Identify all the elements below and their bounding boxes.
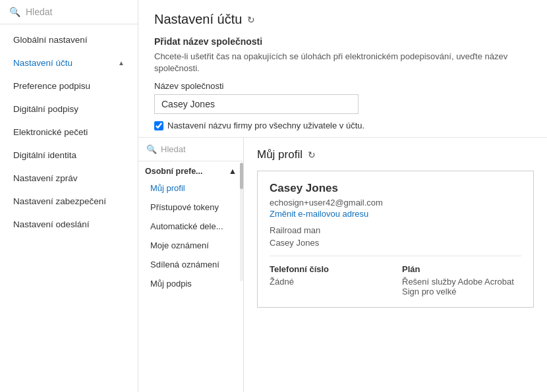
sidebar-search[interactable]: 🔍 Hledat [0, 0, 138, 24]
sidebar-item-nastaveni-uctu[interactable]: Nastavení účtu ▲ [0, 51, 138, 74]
profile-info-grid: Telefonní číslo Plán Žádné Řešení služby… [270, 256, 521, 296]
sidebar-item-nastaveni-zprav[interactable]: Nastavení zpráv [0, 167, 138, 190]
company-checkbox-row: Nastavení názvu firmy pro všechny uživat… [154, 121, 531, 130]
company-section: Přidat název společnosti Chcete-li ušetř… [154, 36, 531, 130]
profile-search-label: Hledat [161, 144, 186, 154]
company-section-heading: Přidat název společnosti [154, 36, 531, 47]
company-name-input[interactable] [154, 94, 359, 114]
profile-search-icon: 🔍 [146, 144, 157, 154]
profile-section-label: Osobní prefe... [145, 167, 203, 176]
profile-search[interactable]: 🔍 Hledat [138, 138, 243, 161]
profile-sidebar-item-automaticke-dele[interactable]: Automatické dele... [138, 217, 243, 236]
profile-sidebar-section[interactable]: Osobní prefe... ▲ [138, 161, 243, 179]
refresh-icon[interactable]: ↻ [247, 14, 255, 25]
sidebar-item-digitalni-podpisy[interactable]: Digitální podpisy [0, 98, 138, 121]
change-email-link[interactable]: Změnit e-mailovou adresu [270, 209, 521, 219]
collapse-icon: ▲ [118, 59, 125, 67]
profile-role: Railroad man [270, 225, 521, 235]
section-collapse-icon: ▲ [229, 167, 237, 176]
sidebar-search-label: Hledat [26, 7, 52, 17]
profile-sidebar-item-muj-podpis[interactable]: Můj podpis [138, 274, 243, 293]
scrollbar-thumb [240, 163, 243, 189]
profile-refresh-icon[interactable]: ↻ [308, 150, 316, 160]
account-settings-header: Nastavení účtu ↻ Přidat název společnost… [138, 0, 547, 138]
page-title: Nastavení účtu ↻ [154, 12, 531, 27]
profile-sidebar-item-pristupove-tokeny[interactable]: Přístupové tokeny [138, 198, 243, 217]
company-input-label: Název společnosti [154, 81, 531, 91]
company-checkbox[interactable] [154, 121, 163, 130]
plan-label: Plán [402, 264, 521, 274]
sidebar-nav: Globální nastavení Nastavení účtu ▲ Pref… [0, 24, 138, 392]
page-title-text: Nastavení účtu [154, 12, 242, 27]
profile-email: echosign+user42@gmail.com [270, 198, 521, 208]
plan-value: Řešení služby Adobe Acrobat Sign pro vel… [402, 277, 521, 296]
profile-overlay: 🔍 Hledat Osobní prefe... ▲ Můj profil Př… [138, 138, 547, 392]
left-sidebar: 🔍 Hledat Globální nastavení Nastavení úč… [0, 0, 138, 392]
phone-label: Telefonní číslo [270, 264, 389, 274]
phone-value: Žádné [270, 277, 389, 296]
profile-title-text: Můj profil [257, 148, 302, 161]
profile-card: Casey Jones echosign+user42@gmail.com Zm… [257, 171, 534, 308]
sidebar-item-digitalni-identita[interactable]: Digitální identita [0, 144, 138, 167]
sidebar-item-globalni-nastaveni[interactable]: Globální nastavení [0, 28, 138, 51]
sidebar-item-preference-podpisu[interactable]: Preference podpisu [0, 74, 138, 98]
profile-main: Můj profil ↻ Casey Jones echosign+user42… [244, 138, 547, 392]
search-icon: 🔍 [9, 7, 20, 17]
sidebar-item-elektronicke-peceti[interactable]: Elektronické pečeti [0, 121, 138, 144]
sidebar-item-nastaveni-odesilani[interactable]: Nastavení odeslání [0, 213, 138, 236]
company-checkbox-label: Nastavení názvu firmy pro všechny uživat… [167, 121, 364, 130]
profile-company: Casey Jones [270, 238, 521, 248]
company-description: Chcete-li ušetřit čas na opakujících se … [154, 51, 531, 74]
sidebar-item-nastaveni-zabezpeceni[interactable]: Nastavení zabezpečení [0, 190, 138, 213]
profile-sidebar-item-muj-profil[interactable]: Můj profil [138, 179, 243, 198]
main-content: Nastavení účtu ↻ Přidat název společnost… [138, 0, 547, 392]
scrollbar-track[interactable] [240, 163, 243, 281]
profile-name: Casey Jones [270, 182, 521, 195]
profile-sidebar-item-moje-oznameni[interactable]: Moje oznámení [138, 236, 243, 255]
profile-sidebar: 🔍 Hledat Osobní prefe... ▲ Můj profil Př… [138, 138, 244, 392]
profile-sidebar-item-sdilena-oznameni[interactable]: Sdílená oznámení [138, 255, 243, 274]
profile-title: Můj profil ↻ [257, 148, 534, 161]
